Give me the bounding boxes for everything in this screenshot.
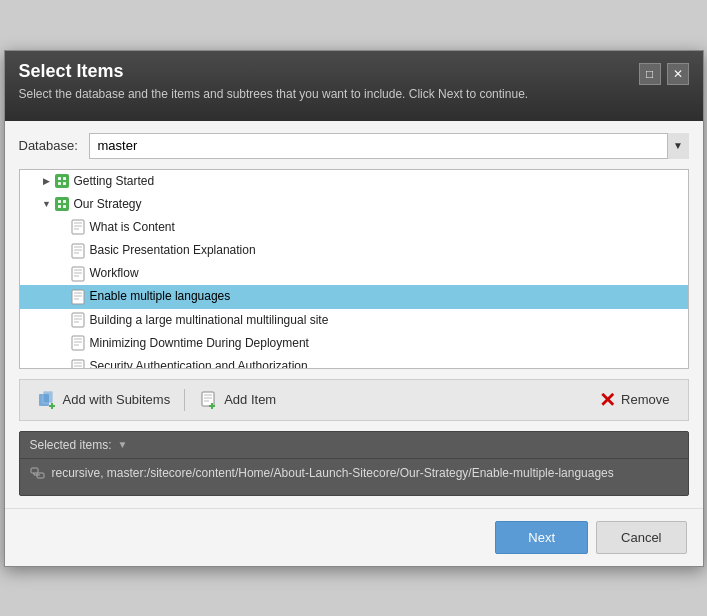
selected-items-label: Selected items: [30, 438, 112, 452]
database-select[interactable]: master web core [89, 133, 689, 159]
tree-item-label: Getting Started [74, 172, 155, 191]
tree-item-label: Enable multiple languages [90, 287, 231, 306]
svg-rect-44 [43, 391, 53, 403]
svg-rect-10 [72, 220, 84, 234]
add-with-subitems-icon [38, 390, 58, 410]
svg-rect-2 [63, 177, 66, 180]
select-items-dialog: Select Items Select the database and the… [4, 50, 704, 567]
dialog-footer: Next Cancel [5, 508, 703, 566]
selected-items-header: Selected items: ▼ [20, 432, 688, 459]
doc-icon [70, 243, 86, 259]
svg-rect-22 [72, 290, 84, 304]
tree-item-getting-started[interactable]: ▶ Getting Started [20, 170, 688, 193]
expand-arrow-icon: ▼ [40, 197, 54, 211]
dialog-subtitle: Select the database and the items and su… [19, 86, 529, 103]
svg-rect-4 [63, 182, 66, 185]
tree-item-label: Our Strategy [74, 195, 142, 214]
tree-item-building-large[interactable]: Building a large multinational multiling… [20, 309, 688, 332]
tree-item-label: What is Content [90, 218, 175, 237]
svg-rect-5 [55, 197, 69, 211]
tree-item-label: Workflow [90, 264, 139, 283]
database-row: Database: master web core ▼ [19, 133, 689, 159]
svg-rect-6 [58, 200, 61, 203]
tree-item-our-strategy[interactable]: ▼ Our Strategy [20, 193, 688, 216]
tree-item-minimizing-downtime[interactable]: Minimizing Downtime During Deployment [20, 332, 688, 355]
tree-item-enable-multiple-languages[interactable]: Enable multiple languages [20, 285, 688, 308]
add-item-button[interactable]: Add Item [189, 386, 286, 414]
tree-item-label: Basic Presentation Explanation [90, 241, 256, 260]
section-icon [54, 173, 70, 189]
maximize-button[interactable]: □ [639, 63, 661, 85]
doc-icon [70, 312, 86, 328]
add-item-label: Add Item [224, 392, 276, 407]
svg-rect-8 [58, 205, 61, 208]
selected-items-list: recursive, master:/sitecore/content/Home… [20, 459, 688, 495]
dialog-title: Select Items [19, 61, 529, 82]
doc-icon [70, 359, 86, 369]
doc-icon [70, 335, 86, 351]
recursive-icon [30, 465, 46, 481]
remove-label: Remove [621, 392, 669, 407]
svg-rect-30 [72, 336, 84, 350]
tree-panel[interactable]: ▶ Getting Started ▼ [19, 169, 689, 369]
svg-rect-0 [55, 174, 69, 188]
doc-icon [70, 289, 86, 305]
cancel-button[interactable]: Cancel [596, 521, 686, 554]
selected-item-path: recursive, master:/sitecore/content/Home… [52, 466, 614, 480]
svg-rect-9 [63, 205, 66, 208]
expand-arrow-icon: ▶ [40, 174, 54, 188]
remove-icon: ✕ [599, 388, 616, 412]
database-select-wrapper: master web core ▼ [89, 133, 689, 159]
tree-item-what-is-content[interactable]: What is Content [20, 216, 688, 239]
toolbar-separator [184, 389, 185, 411]
close-button[interactable]: ✕ [667, 63, 689, 85]
tree-item-security-auth[interactable]: Security Authentication and Authorizatio… [20, 355, 688, 369]
toolbar: Add with Subitems Add Item ✕ [19, 379, 689, 421]
dialog-header-left: Select Items Select the database and the… [19, 61, 529, 103]
dialog-header: Select Items Select the database and the… [5, 51, 703, 121]
doc-icon [70, 219, 86, 235]
svg-rect-53 [31, 468, 38, 473]
add-with-subitems-button[interactable]: Add with Subitems [28, 386, 181, 414]
tree-item-workflow[interactable]: Workflow [20, 262, 688, 285]
svg-rect-14 [72, 244, 84, 258]
doc-icon [70, 266, 86, 282]
selected-item-entry: recursive, master:/sitecore/content/Home… [30, 465, 678, 481]
add-item-icon [199, 390, 219, 410]
add-with-subitems-label: Add with Subitems [63, 392, 171, 407]
svg-rect-3 [58, 182, 61, 185]
svg-rect-18 [72, 267, 84, 281]
selected-items-section: Selected items: ▼ recursive, master:/sit… [19, 431, 689, 496]
svg-rect-1 [58, 177, 61, 180]
svg-rect-34 [72, 360, 84, 369]
next-button[interactable]: Next [495, 521, 588, 554]
svg-rect-7 [63, 200, 66, 203]
tree-item-label: Security Authentication and Authorizatio… [90, 357, 308, 369]
database-label: Database: [19, 138, 79, 153]
svg-rect-26 [72, 313, 84, 327]
section-icon [54, 196, 70, 212]
dialog-body: Database: master web core ▼ ▶ [5, 121, 703, 508]
dialog-header-buttons: □ ✕ [639, 63, 689, 85]
tree-item-basic-presentation[interactable]: Basic Presentation Explanation [20, 239, 688, 262]
sort-icon: ▼ [118, 439, 128, 450]
tree-item-label: Building a large multinational multiling… [90, 311, 329, 330]
tree-item-label: Minimizing Downtime During Deployment [90, 334, 309, 353]
remove-button[interactable]: ✕ Remove [589, 384, 679, 416]
